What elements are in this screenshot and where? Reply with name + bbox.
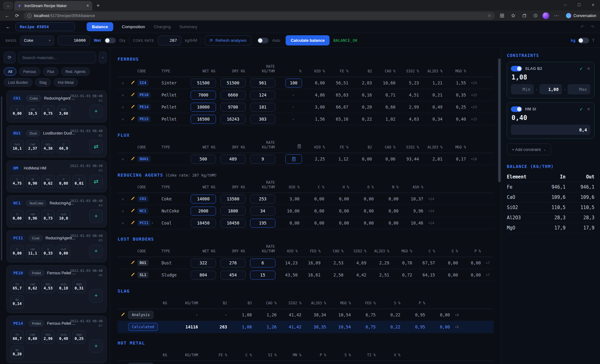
favorites-icon[interactable]: [509, 12, 517, 19]
material-card-pe14[interactable]: PE14PelletFerrous Pellet ...2022-01-03 0…: [6, 316, 107, 363]
check-icon[interactable]: ✓: [580, 107, 583, 112]
rate-input[interactable]: 6: [250, 259, 275, 268]
basis-select[interactable]: Coke ▾: [20, 36, 54, 45]
collections-icon[interactable]: [520, 12, 528, 19]
filter-chip-all[interactable]: All: [4, 67, 16, 76]
filter-chip-lost-burden[interactable]: Lost Burden: [4, 78, 32, 87]
rate-input[interactable]: 961: [250, 79, 275, 88]
auto-toggle[interactable]: [257, 38, 269, 43]
dry-kg-input[interactable]: 9700: [220, 103, 246, 112]
filter-chip-slag[interactable]: Slag: [35, 78, 51, 87]
wet-kg-input[interactable]: 500: [191, 155, 216, 164]
constraint-toggle[interactable]: [511, 66, 522, 71]
basis-amount-input[interactable]: 16000: [58, 36, 90, 45]
main-scrollbar[interactable]: [498, 58, 501, 182]
dry-kg-input[interactable]: 10450: [220, 219, 246, 228]
rate-input[interactable]: 34: [250, 207, 275, 216]
new-tab-button[interactable]: +: [97, 2, 100, 9]
wet-kg-input[interactable]: 14000: [191, 195, 216, 203]
swap-material-button[interactable]: ⇄: [89, 175, 103, 188]
browser-menu-icon[interactable]: ⋯: [552, 12, 560, 19]
rate-input[interactable]: 253: [250, 195, 275, 203]
dry-kg-input[interactable]: 13580: [220, 195, 246, 203]
material-code-badge[interactable]: QUA1: [137, 156, 151, 162]
rate-input[interactable]: 303: [250, 115, 275, 124]
wet-kg-input[interactable]: 2000: [191, 207, 216, 216]
history-clock-icon[interactable]: [531, 12, 539, 19]
wet-kg-input[interactable]: 10000: [191, 103, 216, 112]
edit-row-button[interactable]: [128, 260, 137, 266]
wet-kg-input[interactable]: 16500: [191, 115, 216, 124]
tab-summary[interactable]: Summary: [179, 24, 197, 29]
rate-input[interactable]: 181: [250, 103, 275, 112]
dry-kg-input[interactable]: 276: [220, 259, 246, 268]
edit-row-button[interactable]: [118, 312, 128, 318]
wet-kg-input[interactable]: 322: [191, 259, 216, 268]
remove-row-button[interactable]: ✕: [118, 157, 128, 161]
edit-row-button[interactable]: [128, 104, 137, 110]
redo-icon[interactable]: ↷: [590, 24, 594, 30]
material-card-hm[interactable]: HMHotMetal HM2022-01-03 08:48#3C4,75Si0,…: [6, 161, 107, 192]
remove-row-button[interactable]: ✕: [118, 221, 128, 225]
remove-row-button[interactable]: ✕: [118, 105, 128, 109]
dry-kg-input[interactable]: 6660: [220, 91, 246, 100]
calculate-balance-button[interactable]: Calculate balance: [286, 35, 330, 45]
material-card-nc1[interactable]: NC1NutCokeReducingAg...2022-01-03 08:48#…: [6, 195, 107, 227]
material-card-co1[interactable]: CO1CokeReducingAgent ...2022-01-03 08:48…: [6, 91, 107, 122]
tab-search-button[interactable]: ⌄: [3, 2, 13, 10]
edit-row-button[interactable]: [128, 220, 137, 226]
material-code-badge[interactable]: SI4: [137, 80, 149, 86]
chevron-down-icon[interactable]: ▾: [152, 221, 153, 225]
rate-input[interactable]: 15: [250, 271, 275, 280]
filter-chip-flux[interactable]: Flux: [43, 67, 59, 76]
rate-input[interactable]: 9: [250, 155, 275, 164]
kg-t-toggle[interactable]: [578, 38, 589, 43]
browser-back-icon[interactable]: ←: [4, 13, 11, 18]
material-code-badge[interactable]: DU1: [137, 260, 149, 266]
remove-row-button[interactable]: ✕: [118, 209, 128, 213]
add-material-button[interactable]: +: [89, 289, 103, 302]
tab-balance[interactable]: Balance: [87, 22, 113, 31]
app-back-button[interactable]: ←: [6, 24, 11, 30]
calculated-chip[interactable]: Calculated: [128, 323, 158, 331]
window-maximize-button[interactable]: ☐: [572, 0, 586, 10]
wet-kg-input[interactable]: 7000: [191, 91, 216, 100]
browser-tab[interactable]: IronStream Recipe Maker ✕: [14, 1, 92, 11]
material-code-badge[interactable]: PCI1: [137, 220, 151, 226]
dry-kg-input[interactable]: 454: [220, 271, 246, 280]
rate-input[interactable]: 195: [250, 219, 275, 228]
analysis-chip[interactable]: Analysis: [128, 363, 153, 364]
edit-row-button[interactable]: [128, 196, 137, 202]
add-material-button[interactable]: +: [89, 245, 103, 258]
percent-input[interactable]: 100: [285, 79, 302, 88]
edit-row-button[interactable]: [128, 80, 137, 86]
recipe-title[interactable]: Recipe #3054: [15, 22, 75, 31]
window-minimize-button[interactable]: ─: [558, 0, 572, 10]
filter-chip-red-agents[interactable]: Red. Agents: [61, 67, 90, 76]
material-card-pe10[interactable]: PE10PelletFerrous Pellet ...2022-01-03 0…: [6, 265, 107, 313]
wet-kg-input[interactable]: 10450: [191, 219, 216, 228]
conversation-button[interactable]: Conversation: [566, 13, 596, 18]
material-code-badge[interactable]: PE14: [137, 104, 151, 110]
wet-kg-input[interactable]: 51500: [191, 79, 216, 88]
edit-row-button[interactable]: [128, 156, 137, 162]
swap-material-button[interactable]: ⇄: [89, 140, 103, 153]
edit-row-button[interactable]: [128, 272, 137, 278]
remove-row-button[interactable]: ✕: [118, 197, 128, 201]
rate-input[interactable]: 124: [250, 91, 275, 100]
wet-dry-toggle[interactable]: [105, 38, 116, 43]
target-input[interactable]: 0,4: [511, 125, 590, 135]
calculator-button[interactable]: [285, 154, 302, 164]
dry-kg-input[interactable]: 51500: [220, 79, 246, 88]
coke-rate-input[interactable]: 287: [158, 36, 181, 45]
check-icon[interactable]: ✓: [580, 66, 583, 71]
tab-charging[interactable]: Charging: [154, 24, 171, 29]
refresh-analyses-button[interactable]: ⟳ Refresh analyses: [205, 35, 251, 45]
min-input[interactable]: Min: [511, 84, 534, 94]
extensions-puzzle-icon[interactable]: [498, 12, 506, 19]
edit-row-button[interactable]: [128, 116, 137, 122]
add-material-button[interactable]: +: [89, 105, 103, 118]
tab-close-icon[interactable]: ✕: [86, 4, 89, 8]
filter-chip-ferrous[interactable]: Ferrous: [19, 67, 40, 76]
dry-kg-input[interactable]: 16243: [220, 115, 246, 124]
